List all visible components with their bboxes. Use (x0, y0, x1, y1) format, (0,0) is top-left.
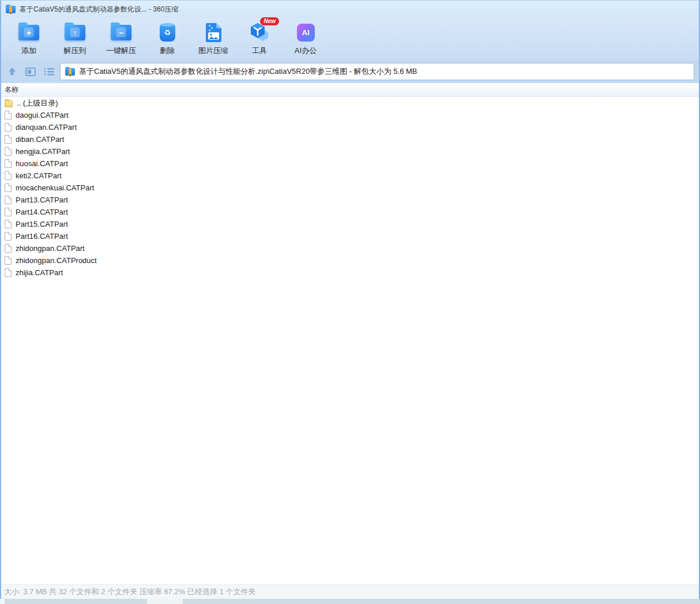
file-name: Part15.CATPart (16, 220, 68, 228)
file-name: zhidongpan.CATProduct (16, 256, 97, 265)
list-item[interactable]: hengjia.CATPart (1, 145, 699, 157)
up-icon[interactable] (5, 64, 20, 79)
list-item[interactable]: keti2.CATPart (1, 170, 699, 182)
one-click-extract-button[interactable]: − 一键解压 (98, 18, 144, 58)
file-icon (5, 111, 12, 119)
file-icon (5, 196, 12, 204)
file-name: Part16.CATPart (16, 232, 68, 241)
image-compress-button[interactable]: 图片压缩 (190, 18, 236, 58)
delete-button-label: 删除 (160, 46, 175, 56)
file-name: zhijia.CATPart (16, 268, 63, 277)
file-name: mocachenkuai.CATPart (16, 183, 94, 192)
list-item[interactable]: dianquan.CATPart (1, 121, 699, 133)
file-list: .. (上级目录) daogui.CATPart dianquan.CATPar… (1, 97, 699, 279)
status-text: 大小: 3.7 MB 共 32 个文件和 2 个文件夹 压缩率 67.2% 已经… (4, 587, 255, 597)
column-header-row[interactable]: 名称 (1, 83, 699, 97)
file-icon (5, 256, 12, 265)
file-icon (5, 159, 12, 168)
panel-view-icon[interactable] (23, 64, 38, 79)
archive-path-text: 基于CatiaV5的通风盘式制动器参数化设计与性能分析.zip\CatiaV5R… (79, 66, 417, 77)
list-item[interactable]: zhijia.CATPart (1, 267, 699, 279)
title-bar: 基于CatiaV5的通风盘式制动器参数化设... - 360压缩 (1, 1, 699, 18)
image-compress-button-label: 图片压缩 (198, 46, 228, 56)
list-item[interactable]: diban.CATPart (1, 133, 699, 145)
extract-to-button-label: 解压到 (64, 46, 86, 56)
archive-path-icon (65, 67, 75, 76)
toolbar: + 添加 ↑ 解压到 − 一键解压 ♻ 删除 (1, 18, 699, 60)
add-archive-icon: + (17, 21, 40, 43)
file-name: diban.CATPart (16, 135, 64, 144)
list-item[interactable]: Part16.CATPart (1, 230, 699, 242)
tools-button[interactable]: New 工具 (236, 18, 283, 58)
status-bar: 大小: 3.7 MB 共 32 个文件和 2 个文件夹 压缩率 67.2% 已经… (1, 584, 699, 599)
list-item[interactable]: daogui.CATPart (1, 109, 699, 121)
ai-office-button-label: AI办公 (295, 46, 317, 56)
file-name: dianquan.CATPart (16, 123, 77, 132)
parent-directory-row[interactable]: .. (上级目录) (1, 97, 699, 109)
list-item[interactable]: zhidongpan.CATProduct (1, 254, 699, 267)
file-name: zhidongpan.CATPart (16, 244, 85, 253)
ai-office-icon: AI (294, 21, 317, 43)
tools-cube-icon: New (248, 21, 271, 43)
file-icon (5, 123, 12, 132)
list-item[interactable]: mocachenkuai.CATPart (1, 182, 699, 194)
file-icon (5, 232, 12, 241)
file-name: keti2.CATPart (16, 171, 62, 180)
file-icon (5, 220, 12, 228)
delete-icon: ♻ (156, 21, 179, 43)
tools-button-label: 工具 (252, 46, 267, 56)
file-icon (5, 244, 12, 253)
file-name: daogui.CATPart (16, 111, 69, 119)
extract-to-icon: ↑ (63, 21, 86, 43)
file-name: Part14.CATPart (16, 208, 68, 216)
image-compress-icon (202, 21, 225, 43)
horizontal-scrollbar[interactable] (0, 599, 700, 604)
file-icon (5, 171, 12, 180)
file-icon (5, 135, 12, 144)
one-click-extract-button-label: 一键解压 (106, 46, 136, 56)
new-badge: New (260, 17, 279, 25)
file-icon (5, 183, 12, 192)
list-item[interactable]: zhidongpan.CATPart (1, 242, 699, 254)
list-item[interactable]: Part13.CATPart (1, 194, 699, 206)
one-click-extract-icon: − (110, 21, 133, 43)
file-name: Part13.CATPart (16, 196, 68, 204)
address-field[interactable]: 基于CatiaV5的通风盘式制动器参数化设计与性能分析.zip\CatiaV5R… (60, 63, 694, 80)
list-item[interactable]: Part15.CATPart (1, 218, 699, 230)
file-icon (5, 147, 12, 156)
app-zip-icon (6, 5, 16, 13)
file-name: huosai.CATPart (16, 159, 68, 168)
parent-directory-label: .. (上级目录) (17, 98, 58, 108)
scrollbar-edge (0, 599, 5, 604)
add-button[interactable]: + 添加 (6, 18, 52, 58)
add-button-label: 添加 (21, 46, 36, 56)
scrollbar-thumb[interactable] (147, 599, 183, 604)
window-title: 基于CatiaV5的通风盘式制动器参数化设... - 360压缩 (20, 5, 178, 14)
address-bar: 基于CatiaV5的通风盘式制动器参数化设计与性能分析.zip\CatiaV5R… (1, 60, 699, 83)
ai-office-button[interactable]: AI AI办公 (283, 18, 329, 58)
file-icon (5, 208, 12, 216)
app-window: 基于CatiaV5的通风盘式制动器参数化设... - 360压缩 + 添加 ↑ … (0, 0, 700, 604)
list-item[interactable]: Part14.CATPart (1, 206, 699, 218)
extract-to-button[interactable]: ↑ 解压到 (52, 18, 98, 58)
file-icon (5, 268, 12, 277)
list-item[interactable]: huosai.CATPart (1, 157, 699, 170)
name-column-header[interactable]: 名称 (5, 85, 18, 95)
file-name: hengjia.CATPart (16, 147, 70, 156)
folder-icon (5, 100, 13, 107)
delete-button[interactable]: ♻ 删除 (144, 18, 190, 58)
list-view-icon[interactable] (42, 64, 57, 79)
